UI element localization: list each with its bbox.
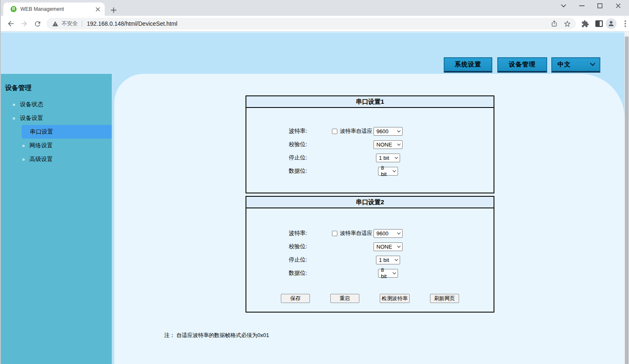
sidebar-item-label: 设备状态 bbox=[20, 101, 43, 108]
double-chevron-right-icon: » bbox=[12, 102, 17, 107]
back-icon[interactable] bbox=[6, 19, 15, 28]
chevron-down-icon bbox=[395, 155, 398, 159]
footnote: 注： 自适应波特率的数据帧格式必须为0x01 bbox=[164, 332, 624, 339]
sidebar-item-label: 高级设置 bbox=[29, 156, 53, 163]
chevron-down-icon bbox=[590, 61, 595, 66]
bookmark-star-icon[interactable] bbox=[563, 20, 572, 28]
new-tab-button[interactable] bbox=[108, 5, 119, 15]
reload-icon[interactable] bbox=[33, 19, 42, 28]
sidebar-title: 设备管理 bbox=[0, 74, 112, 93]
chevron-down-icon bbox=[397, 244, 400, 247]
sidebar-item-device-settings[interactable]: » 设备设置 bbox=[0, 111, 112, 125]
sidebar-item-label: 设备设置 bbox=[20, 115, 43, 122]
sidebar-item-serial-settings[interactable]: 串口设置 bbox=[22, 125, 112, 139]
share-icon[interactable] bbox=[550, 20, 558, 28]
parity-label: 校验位: bbox=[289, 141, 332, 148]
main-content: 串口设置1 波特率: 波特率自适应 9600 bbox=[114, 74, 624, 364]
save-button[interactable]: 保存 bbox=[281, 294, 310, 303]
browser-menu-icon[interactable] bbox=[621, 19, 629, 28]
parity-select[interactable]: NONE bbox=[373, 140, 403, 149]
parity-row: 校验位: NONE bbox=[246, 138, 494, 151]
stop-bit-value: 1 bit bbox=[379, 257, 389, 263]
extensions-puzzle-icon[interactable] bbox=[580, 19, 590, 28]
double-chevron-right-icon: » bbox=[22, 143, 27, 148]
omnibox-divider bbox=[82, 20, 82, 27]
panel-title: 串口设置2 bbox=[246, 197, 494, 208]
baud-adaptive-checkbox[interactable] bbox=[332, 129, 337, 134]
parity-label: 校验位: bbox=[289, 243, 332, 250]
sidebar-item-label: 网络设置 bbox=[29, 142, 53, 149]
data-bit-label: 数据位: bbox=[289, 167, 332, 175]
sidebar-item-network-settings[interactable]: » 网络设置 bbox=[0, 139, 112, 152]
parity-value: NONE bbox=[376, 244, 392, 250]
maximize-button[interactable] bbox=[591, 0, 609, 12]
browser-tab[interactable]: R WEB Management bbox=[3, 2, 105, 16]
chevron-down-icon bbox=[393, 169, 396, 172]
baud-adaptive-label: 波特率自适应 bbox=[340, 127, 372, 135]
browser-window: R WEB Management bbox=[0, 0, 629, 364]
tab-strip: R WEB Management bbox=[0, 0, 629, 16]
stop-bit-row: 停止位: 1 bit bbox=[246, 151, 494, 164]
data-bit-select[interactable]: 8 bit bbox=[378, 167, 398, 176]
system-settings-button[interactable]: 系统设置 bbox=[444, 57, 492, 73]
baud-rate-select[interactable]: 9600 bbox=[373, 229, 403, 238]
stop-bit-select[interactable]: 1 bit bbox=[376, 256, 400, 264]
profile-avatar[interactable] bbox=[606, 18, 617, 29]
parity-select[interactable]: NONE bbox=[373, 242, 403, 251]
double-chevron-right-icon: » bbox=[12, 116, 17, 121]
device-management-button[interactable]: 设备管理 bbox=[497, 57, 547, 73]
baud-adaptive-checkbox[interactable] bbox=[332, 231, 337, 236]
baud-rate-label: 波特率: bbox=[289, 127, 332, 135]
parity-row: 校验位: NONE bbox=[246, 240, 494, 253]
page-background: 系统设置 设备管理 中文 设备管理 » 设备状态 » 设备设置 串口设置 bbox=[0, 32, 624, 364]
baud-rate-row: 波特率: 波特率自适应 9600 bbox=[246, 227, 494, 240]
data-bit-label: 数据位: bbox=[289, 269, 332, 277]
chevron-down-icon bbox=[397, 231, 400, 234]
data-bit-value: 8 bit bbox=[381, 267, 391, 279]
close-button[interactable] bbox=[609, 0, 627, 12]
window-controls bbox=[554, 0, 627, 16]
page-scrollbar[interactable] bbox=[624, 32, 629, 364]
sidebar-item-advanced-settings[interactable]: » 高级设置 bbox=[0, 152, 112, 166]
baud-adaptive-label: 波特率自适应 bbox=[340, 230, 372, 237]
top-navigation: 系统设置 设备管理 中文 bbox=[444, 57, 600, 73]
stop-bit-value: 1 bit bbox=[379, 155, 389, 161]
serial-panel-2: 串口设置2 波特率: 波特率自适应 9600 bbox=[246, 196, 494, 313]
baud-rate-label: 波特率: bbox=[289, 230, 332, 237]
tab-title: WEB Management bbox=[20, 6, 94, 12]
data-bit-select[interactable]: 8 bit bbox=[378, 269, 398, 278]
data-bit-row: 数据位: 8 bit bbox=[246, 266, 494, 280]
sidebar-menu: » 设备状态 » 设备设置 串口设置 » 网络设置 » 高级设置 bbox=[0, 98, 112, 166]
refresh-page-button[interactable]: 刷新网页 bbox=[430, 294, 459, 303]
site-favicon-icon: R bbox=[10, 6, 17, 13]
parity-value: NONE bbox=[376, 142, 392, 148]
chevron-down-icon bbox=[395, 257, 398, 261]
detect-baud-button[interactable]: 检测波特率 bbox=[380, 294, 410, 303]
not-secure-warning-icon bbox=[52, 21, 59, 27]
chevron-down-icon bbox=[393, 271, 396, 274]
restart-button[interactable]: 重启 bbox=[330, 294, 359, 303]
baud-rate-value: 9600 bbox=[376, 128, 388, 134]
baud-rate-value: 9600 bbox=[376, 230, 388, 237]
baud-rate-row: 波特率: 波特率自适应 9600 bbox=[246, 125, 494, 138]
minimize-button[interactable] bbox=[572, 0, 591, 12]
browser-toolbar: 不安全 192.168.0.148/html/DeviceSet.html bbox=[0, 16, 629, 32]
data-bit-row: 数据位: 8 bit bbox=[246, 164, 494, 178]
stop-bit-label: 停止位: bbox=[289, 154, 332, 161]
baud-rate-select[interactable]: 9600 bbox=[373, 127, 403, 136]
window-left-edge bbox=[0, 0, 1, 364]
double-chevron-right-icon: » bbox=[22, 157, 27, 162]
side-panel-icon[interactable] bbox=[595, 19, 604, 28]
language-select[interactable]: 中文 bbox=[551, 57, 600, 73]
stop-bit-select[interactable]: 1 bit bbox=[376, 154, 400, 162]
address-bar[interactable]: 不安全 192.168.0.148/html/DeviceSet.html bbox=[47, 18, 576, 29]
stop-bit-label: 停止位: bbox=[289, 256, 332, 264]
scrollbar-thumb[interactable] bbox=[625, 37, 629, 364]
sidebar-item-label: 串口设置 bbox=[30, 128, 53, 136]
url-text: 192.168.0.148/html/DeviceSet.html bbox=[87, 20, 177, 27]
tab-search-icon[interactable] bbox=[554, 0, 572, 12]
tab-close-icon[interactable] bbox=[94, 5, 101, 13]
forward-icon[interactable] bbox=[20, 19, 29, 28]
sidebar-item-device-status[interactable]: » 设备状态 bbox=[0, 98, 112, 111]
svg-text:R: R bbox=[12, 7, 15, 11]
